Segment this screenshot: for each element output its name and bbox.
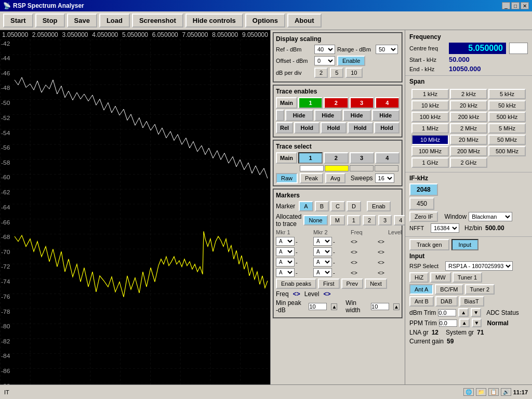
alloc-none-btn[interactable]: None [303,215,327,225]
mkr2-row2-select[interactable]: A [313,247,332,256]
min-peak-up[interactable]: ▲ [331,303,337,310]
taskbar-icon-1[interactable]: 🌐 [463,388,474,396]
dab-btn[interactable]: DAB [435,296,458,307]
marker-d-btn[interactable]: D [347,201,361,211]
mkr1-row3-select[interactable]: A [276,258,295,267]
close-button[interactable]: ✕ [521,2,529,9]
marker-c-btn[interactable]: C [330,201,345,211]
mkr1-row1-select[interactable]: A [276,237,295,246]
maximize-button[interactable]: □ [511,2,520,9]
trace-hide-4[interactable]: Hide [372,110,400,121]
trace-1-btn[interactable]: 1 [298,97,323,109]
span-500mhz[interactable]: 500 MHz [488,146,526,156]
about-button[interactable]: About [287,14,322,28]
bias-t-btn[interactable]: BiasT [459,296,484,307]
ppm-trim-up[interactable]: ▲ [459,318,470,327]
marker-b-btn[interactable]: B [315,201,329,211]
span-1khz[interactable]: 1 kHz [411,89,449,99]
db-per-div-5[interactable]: 5 [330,68,343,78]
trace-hold-4[interactable]: Hold [374,122,400,134]
span-5mhz[interactable]: 5 MHz [488,123,526,134]
trace-hold-2[interactable]: Hold [321,122,346,134]
track-gen-btn[interactable]: Track gen [409,239,449,250]
marker-a-btn[interactable]: A [299,201,313,211]
mw-btn[interactable]: MW [430,272,451,283]
trace-4-btn[interactable]: 4 [375,97,400,109]
bc-fm-btn[interactable]: BC/FM [435,284,463,295]
trace-3-btn[interactable]: 3 [350,97,374,109]
tuner1-btn[interactable]: Tuner 1 [453,272,483,283]
span-5khz[interactable]: 5 kHz [488,89,526,99]
span-2ghz[interactable]: 2 GHz [450,157,487,168]
win-width-input[interactable] [371,303,389,310]
minimize-button[interactable]: _ [502,2,510,9]
mkr2-row3-select[interactable]: A [313,258,332,267]
trace-hold-1[interactable]: Hold [294,122,320,134]
screenshot-button[interactable]: Screenshot [132,14,183,28]
trace-select-3[interactable]: 3 [350,152,374,164]
win-width-up[interactable]: ▲ [393,303,400,310]
alloc-1-btn[interactable]: 1 [347,215,361,225]
taskbar-icon-3[interactable]: 📋 [488,388,499,396]
mkr2-row4-select[interactable]: A [313,268,332,277]
mkr2-row1-select[interactable]: A [313,237,332,246]
avg-btn[interactable]: Avg [325,173,345,183]
load-button[interactable]: Load [99,14,130,28]
start-button[interactable]: Start [3,14,33,28]
centre-freq-input-box[interactable] [509,43,528,54]
tuner2-btn[interactable]: Tuner 2 [465,284,495,295]
trace-select-4[interactable]: 4 [375,152,400,164]
mkr1-row2-select[interactable]: A [276,247,295,256]
input-btn[interactable]: Input [451,239,478,250]
rsp-select[interactable]: RSP1A - 1807025993 [445,261,513,271]
first-btn[interactable]: First [318,278,339,289]
span-100khz[interactable]: 100 kHz [411,112,449,122]
db-per-div-2[interactable]: 2 [314,68,328,78]
span-500khz[interactable]: 500 kHz [488,112,526,122]
ifkhz-450-btn[interactable]: 450 [409,197,434,210]
next-btn[interactable]: Next [365,278,387,289]
hide-controls-button[interactable]: Hide controls [185,14,243,28]
marker-enab-btn[interactable]: Enab [367,201,391,211]
raw-btn[interactable]: Raw [276,173,298,183]
ppm-trim-dn[interactable]: ▼ [472,318,482,327]
trace-select-2[interactable]: 2 [324,152,348,164]
span-1mhz[interactable]: 1 MHz [411,123,449,134]
alloc-m-btn[interactable]: M [330,215,345,225]
taskbar-icon-2[interactable]: 📁 [476,388,486,396]
span-10khz[interactable]: 10 kHz [411,100,449,111]
zero-if-btn[interactable]: Zero IF [409,211,438,222]
span-20mhz[interactable]: 20 MHz [450,135,487,145]
ref-dbm-select[interactable]: 40-20020 [314,45,335,54]
span-10mhz[interactable]: 10 MHz [411,135,449,145]
range-dbm-select[interactable]: 50100150 [376,45,398,54]
dbm-trim-dn[interactable]: ▼ [471,308,481,317]
peak-btn[interactable]: Peak [300,173,323,183]
ant-b-btn[interactable]: Ant B [409,296,434,307]
span-100mhz[interactable]: 100 MHz [411,146,449,156]
span-50mhz[interactable]: 50 MHz [488,135,526,145]
trace-hold-3[interactable]: Hold [348,122,373,134]
enab-peaks-btn[interactable]: Enab peaks [276,278,316,289]
alloc-4-btn[interactable]: 4 [394,215,405,225]
offset-dbm-select[interactable]: 010-10 [314,56,335,65]
db-per-div-10[interactable]: 10 [345,68,362,78]
ant-a-btn[interactable]: Ant A [409,284,433,295]
window-select[interactable]: BlackmanHanningHammingRectangular [469,212,512,221]
trace-hide-3[interactable]: Hide [343,110,371,121]
stop-button[interactable]: Stop [35,14,65,28]
span-2khz[interactable]: 2 kHz [450,89,487,99]
dbm-trim-input[interactable] [438,309,456,316]
min-peak-input[interactable] [309,303,327,310]
trace-hide-1[interactable]: Hide [285,110,313,121]
taskbar-icon-4[interactable]: 🔊 [501,388,511,396]
options-button[interactable]: Options [245,14,285,28]
ppm-trim-input[interactable] [439,320,457,327]
span-200mhz[interactable]: 200 MHz [450,146,487,156]
dbm-trim-up[interactable]: ▲ [458,308,469,317]
save-button[interactable]: Save [67,14,97,28]
span-1ghz[interactable]: 1 GHz [411,157,449,168]
trace-hide-2[interactable]: Hide [314,110,342,121]
span-2mhz[interactable]: 2 MHz [450,123,487,134]
ifkhz-2048-btn[interactable]: 2048 [409,183,438,196]
